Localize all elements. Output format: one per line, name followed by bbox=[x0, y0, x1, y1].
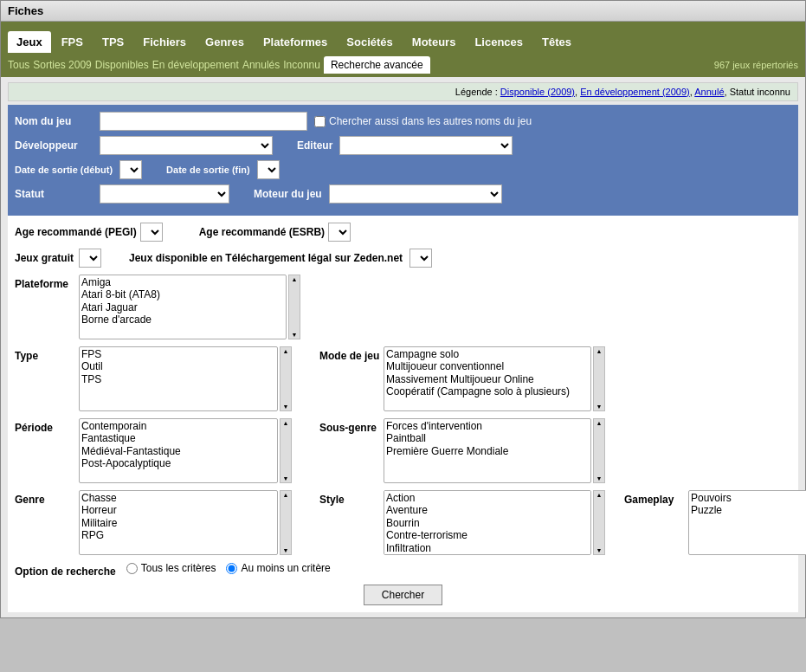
nav-tab-licences[interactable]: Licences bbox=[466, 31, 532, 53]
nom-du-jeu-row: Nom du jeu Chercher aussi dans les autre… bbox=[15, 112, 791, 131]
chercher-autres-noms-checkbox[interactable] bbox=[314, 116, 326, 127]
legend-prefix: Légende : bbox=[455, 87, 498, 97]
radio-au-moins-input[interactable] bbox=[226, 563, 237, 574]
sub-nav: Tous Sorties 2009 Disponibles En dévelop… bbox=[1, 53, 805, 77]
mode-jeu-select[interactable]: Campagne solo Multijoueur conventionnel … bbox=[384, 346, 591, 411]
style-block: Style Action Aventure Bourrin Contre-ter… bbox=[319, 490, 605, 555]
statut-select[interactable] bbox=[100, 184, 229, 204]
periode-sous-genre-row: Période Contemporain Fantastique Médiéva… bbox=[15, 418, 791, 483]
age-pegi-select[interactable] bbox=[140, 223, 163, 242]
sub-nav-links: Tous Sorties 2009 Disponibles En dévelop… bbox=[8, 56, 430, 74]
nav-tab-jeux[interactable]: Jeux bbox=[8, 31, 51, 53]
option-recherche-row: Option de recherche Tous les critères Au… bbox=[15, 562, 791, 578]
periode-scrollbar: ▲ ▼ bbox=[280, 418, 292, 483]
type-select[interactable]: FPS Outil TPS bbox=[79, 346, 278, 411]
moteur-label: Moteur du jeu bbox=[254, 188, 322, 200]
legend-statut-inconnu: Statut inconnu bbox=[730, 87, 790, 97]
age-pegi-label: Age recommandé (PEGI) bbox=[15, 223, 137, 238]
nav-tab-plateformes[interactable]: Plateformes bbox=[255, 31, 336, 53]
gameplay-block: Gameplay Pouvoirs Puzzle ▲ ▼ bbox=[624, 490, 806, 555]
sous-genre-label: Sous-genre bbox=[319, 418, 380, 434]
nav-tab-fichiers[interactable]: Fichiers bbox=[134, 31, 195, 53]
mode-jeu-label: Mode de jeu bbox=[319, 346, 380, 362]
genre-scroll-down[interactable]: ▼ bbox=[283, 547, 289, 553]
plateforme-scroll-down[interactable]: ▼ bbox=[292, 332, 298, 338]
style-select-wrap: Action Aventure Bourrin Contre-terrorism… bbox=[384, 490, 605, 555]
mode-jeu-scroll-down[interactable]: ▼ bbox=[596, 404, 603, 410]
type-scroll-down[interactable]: ▼ bbox=[283, 404, 289, 410]
radio-tous-criteria-input[interactable] bbox=[126, 563, 138, 574]
gameplay-select-wrap: Pouvoirs Puzzle ▲ ▼ bbox=[688, 490, 806, 555]
plateforme-scroll-up[interactable]: ▲ bbox=[292, 276, 298, 282]
periode-select[interactable]: Contemporain Fantastique Médiéval-Fantas… bbox=[79, 418, 278, 483]
date-fin-select[interactable] bbox=[257, 160, 280, 179]
sub-nav-annules[interactable]: Annulés bbox=[242, 59, 280, 71]
nav-tab-tetes[interactable]: Têtes bbox=[533, 31, 580, 53]
style-scroll-down[interactable]: ▼ bbox=[596, 547, 603, 553]
genre-label: Genre bbox=[15, 490, 75, 506]
style-select[interactable]: Action Aventure Bourrin Contre-terrorism… bbox=[384, 490, 591, 555]
legend-disponible[interactable]: Disponible (2009) bbox=[500, 87, 575, 97]
nav-tab-moteurs[interactable]: Moteurs bbox=[403, 31, 465, 53]
editeur-select[interactable] bbox=[339, 136, 513, 155]
genre-select[interactable]: Chasse Horreur Militaire RPG bbox=[79, 490, 278, 555]
sub-nav-inconnu[interactable]: Inconnu bbox=[283, 59, 320, 71]
jeux-gratuit-select[interactable] bbox=[79, 249, 101, 268]
search-form: Nom du jeu Chercher aussi dans les autre… bbox=[8, 105, 798, 216]
style-scroll-up[interactable]: ▲ bbox=[596, 492, 603, 498]
date-row: Date de sortie (début) Date de sortie (f… bbox=[15, 160, 791, 179]
dev-editeur-row: Développeur Editeur bbox=[15, 136, 791, 155]
age-row: Age recommandé (PEGI) Age recommandé (ES… bbox=[15, 223, 791, 242]
date-debut-select[interactable] bbox=[119, 160, 142, 179]
age-esrb-select[interactable] bbox=[328, 223, 351, 242]
type-mode-row: Type FPS Outil TPS ▲ ▼ Mode bbox=[15, 346, 791, 411]
sous-genre-select[interactable]: Forces d'intervention Paintball Première… bbox=[384, 418, 591, 483]
radio-tous-criteria[interactable]: Tous les critères bbox=[126, 562, 216, 574]
nav-tab-genres[interactable]: Genres bbox=[197, 31, 253, 53]
option-recherche-label: Option de recherche bbox=[15, 562, 116, 578]
nav-tab-fps[interactable]: FPS bbox=[53, 31, 92, 53]
nom-du-jeu-label: Nom du jeu bbox=[15, 115, 93, 127]
radio-au-moins[interactable]: Au moins un critère bbox=[226, 562, 330, 574]
developpeur-select[interactable] bbox=[100, 136, 273, 155]
sous-genre-scroll-down[interactable]: ▼ bbox=[596, 475, 603, 481]
sub-nav-sorties[interactable]: Sorties 2009 bbox=[33, 59, 91, 71]
chercher-button[interactable]: Chercher bbox=[364, 585, 442, 605]
legend-en-dev[interactable]: En développement (2009) bbox=[580, 87, 690, 97]
style-label: Style bbox=[319, 490, 380, 506]
type-select-wrap: FPS Outil TPS ▲ ▼ bbox=[79, 346, 292, 411]
sub-nav-tous[interactable]: Tous bbox=[8, 59, 29, 71]
mode-jeu-scroll-up[interactable]: ▲ bbox=[596, 348, 603, 354]
sub-nav-disponibles[interactable]: Disponibles bbox=[95, 59, 149, 71]
sub-nav-en-dev[interactable]: En développement bbox=[152, 59, 239, 71]
plateforme-label: Plateforme bbox=[15, 275, 75, 290]
type-scroll-up[interactable]: ▲ bbox=[283, 348, 289, 354]
sous-genre-scrollbar: ▲ ▼ bbox=[593, 418, 605, 483]
nav-tab-societes[interactable]: Sociétés bbox=[338, 31, 401, 53]
type-label: Type bbox=[15, 346, 75, 362]
jeux-disponible-label: Jeux disponible en Téléchargement légal … bbox=[129, 249, 406, 264]
age-pegi-block: Age recommandé (PEGI) bbox=[15, 223, 163, 242]
periode-scroll-up[interactable]: ▲ bbox=[283, 420, 289, 426]
periode-block: Période Contemporain Fantastique Médiéva… bbox=[15, 418, 292, 483]
moteur-select[interactable] bbox=[329, 184, 502, 204]
lower-section: Age recommandé (PEGI) Age recommandé (ES… bbox=[8, 216, 798, 612]
legend-annule[interactable]: Annulé bbox=[694, 87, 724, 97]
game-count: 967 jeux répertoriés bbox=[714, 60, 798, 70]
sub-nav-active-tab[interactable]: Recherche avancée bbox=[324, 56, 430, 74]
jeux-gratuit-row: Jeux gratuit Jeux disponible en Téléchar… bbox=[15, 249, 791, 268]
nom-du-jeu-input[interactable] bbox=[100, 112, 307, 131]
jeux-disponible-block: Jeux disponible en Téléchargement légal … bbox=[129, 249, 432, 268]
plateforme-select[interactable]: Amiga Atari 8-bit (ATA8) Atari Jaguar Bo… bbox=[79, 275, 287, 339]
genre-scroll-up[interactable]: ▲ bbox=[283, 492, 289, 498]
sous-genre-scroll-up[interactable]: ▲ bbox=[596, 420, 603, 426]
periode-scroll-down[interactable]: ▼ bbox=[283, 475, 289, 481]
genre-scrollbar: ▲ ▼ bbox=[280, 490, 292, 555]
nav-tab-tps[interactable]: TPS bbox=[93, 31, 132, 53]
genre-style-gameplay-row: Genre Chasse Horreur Militaire RPG ▲ ▼ bbox=[15, 490, 791, 555]
gameplay-select[interactable]: Pouvoirs Puzzle bbox=[688, 490, 806, 555]
app-window: Fiches Jeux FPS TPS Fichiers Genres Plat… bbox=[0, 0, 806, 618]
jeux-disponible-select[interactable] bbox=[409, 249, 432, 268]
genre-select-wrap: Chasse Horreur Militaire RPG ▲ ▼ bbox=[79, 490, 292, 555]
date-fin-label: Date de sortie (fin) bbox=[166, 165, 250, 175]
